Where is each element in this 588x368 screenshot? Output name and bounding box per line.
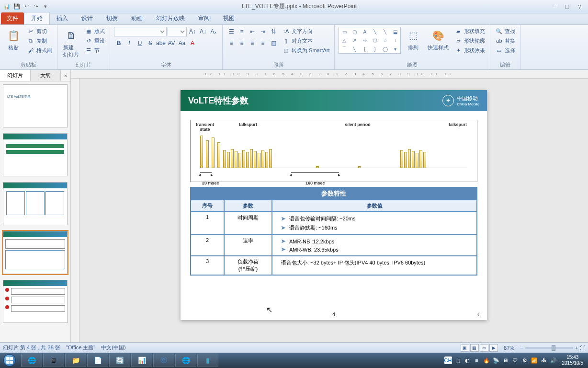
tab-design[interactable]: 设计 (75, 12, 100, 24)
increase-font-icon[interactable]: A↑ (188, 27, 197, 36)
tab-home[interactable]: 开始 (24, 12, 50, 24)
help-button[interactable]: ? (574, 2, 585, 11)
clear-format-icon[interactable]: Aₓ (209, 27, 218, 36)
taskbar-app-8[interactable]: 🌐 (175, 354, 196, 367)
slide-thumb-4[interactable] (3, 231, 68, 274)
panel-tab-outline[interactable]: 大纲 (31, 70, 61, 81)
font-color-button[interactable]: A (188, 38, 197, 48)
new-slide-button[interactable]: 🗎 新建 幻灯片 (61, 27, 81, 59)
tray-icon-2[interactable]: ◐ (464, 356, 471, 364)
slide-thumb-2[interactable] (3, 133, 68, 176)
panel-tab-slides[interactable]: 幻灯片 (0, 70, 31, 81)
slide-thumbnails[interactable]: LTE VoLTE专题 (0, 81, 70, 342)
spacing-button[interactable]: AV (167, 38, 176, 48)
redo-icon[interactable]: ↷ (32, 2, 40, 11)
file-tab[interactable]: 文件 (1, 12, 24, 24)
replace-button[interactable]: ab替换 (494, 36, 516, 45)
taskbar-app-1[interactable]: 🌐 (21, 354, 42, 367)
find-button[interactable]: 🔍查找 (494, 27, 516, 35)
start-button[interactable] (0, 353, 19, 368)
taskbar-app-5[interactable]: 🔄 (109, 354, 130, 367)
outdent-button[interactable]: ⇤ (248, 27, 257, 36)
fit-window-button[interactable]: ⛶ (580, 345, 585, 351)
shape-effects-button[interactable]: ✦形状效果 (453, 46, 486, 55)
taskbar-app-6[interactable]: 📊 (131, 354, 152, 367)
paste-button[interactable]: 📋 粘贴 (4, 27, 23, 52)
text-direction-button[interactable]: ↕A文字方向 (281, 27, 330, 35)
sorter-view-button[interactable]: ▦ (470, 344, 479, 352)
panel-close-icon[interactable]: × (61, 70, 70, 81)
slide-thumb-1[interactable]: LTE VoLTE专题 (3, 84, 68, 127)
tray-icon-7[interactable]: 🛡 (511, 356, 519, 364)
tray-icon-8[interactable]: ⚙ (521, 356, 529, 364)
clock[interactable]: 15:43 2015/10/5 (559, 355, 587, 366)
tab-animations[interactable]: 动画 (124, 12, 149, 24)
justify-button[interactable]: ≡ (258, 38, 268, 48)
tab-insert[interactable]: 插入 (50, 12, 75, 24)
canvas[interactable]: VoLTE特性参数 ✦ 中国移动 China Mobile transient … (79, 79, 588, 342)
tray-icon-6[interactable]: 🖥 (502, 356, 509, 364)
smartart-button[interactable]: ◫转换为 SmartArt (281, 46, 330, 55)
taskbar-app-4[interactable]: 📄 (87, 354, 108, 367)
select-button[interactable]: ▭选择 (494, 46, 516, 55)
change-case-button[interactable]: Aa (177, 38, 187, 48)
tray-icon-4[interactable]: 🔥 (483, 356, 490, 364)
minimize-button[interactable]: ─ (549, 2, 560, 11)
align-right-button[interactable]: ≡ (248, 38, 257, 48)
zoom-slider[interactable] (525, 347, 573, 349)
shape-outline-button[interactable]: ▱形状轮廓 (453, 36, 486, 45)
format-painter-button[interactable]: 🖌格式刷 (26, 46, 53, 55)
font-size-select[interactable] (168, 27, 187, 36)
shapes-gallery[interactable]: ▭▢A╲╲⬓ △↗⇨⬠☆↕ ⌒╲{}◯▾ (339, 27, 401, 54)
reading-view-button[interactable]: ▭ (480, 344, 488, 352)
ime-indicator[interactable]: CH (444, 356, 452, 364)
taskbar-app-3[interactable]: 📁 (65, 354, 86, 367)
maximize-button[interactable]: ▢ (561, 2, 573, 11)
columns-button[interactable]: ▥ (269, 38, 278, 48)
tab-view[interactable]: 视图 (216, 12, 241, 24)
arrange-button[interactable]: ⬚ 排列 (404, 27, 423, 52)
tray-icon-9[interactable]: 📶 (531, 356, 538, 364)
align-text-button[interactable]: ▯对齐文本 (281, 36, 330, 45)
zoom-in-button[interactable]: + (575, 345, 578, 351)
layout-button[interactable]: ▦版式 (84, 27, 106, 35)
cut-button[interactable]: ✂剪切 (26, 27, 53, 35)
slide[interactable]: VoLTE特性参数 ✦ 中国移动 China Mobile transient … (181, 90, 487, 320)
qat-dropdown-icon[interactable]: ▾ (41, 2, 50, 11)
numbering-button[interactable]: ≡ (237, 27, 247, 36)
shape-fill-button[interactable]: ▰形状填充 (453, 27, 486, 35)
linespacing-button[interactable]: ⇅ (269, 27, 278, 36)
underline-button[interactable]: U (135, 38, 145, 48)
slide-thumb-3[interactable] (3, 182, 68, 225)
indent-button[interactable]: ⇥ (258, 27, 268, 36)
shadow-button[interactable]: abe (156, 38, 166, 48)
italic-button[interactable]: I (124, 38, 134, 48)
save-icon[interactable]: 💾 (12, 2, 21, 11)
bold-button[interactable]: B (114, 38, 124, 48)
quick-styles-button[interactable]: 🎨 快速样式 (426, 27, 451, 52)
undo-icon[interactable]: ↶ (22, 2, 31, 11)
zoom-out-button[interactable]: − (520, 345, 523, 351)
strikethrough-button[interactable]: S̶ (146, 38, 155, 48)
tray-volume-icon[interactable]: 🔊 (550, 356, 557, 364)
tray-icon-3[interactable]: ≡ (473, 356, 481, 364)
tab-transitions[interactable]: 切换 (100, 12, 124, 24)
taskbar-app-2[interactable]: 🖥 (43, 354, 64, 367)
align-left-button[interactable]: ≡ (226, 38, 236, 48)
tab-slideshow[interactable]: 幻灯片放映 (149, 12, 192, 24)
normal-view-button[interactable]: ▣ (461, 344, 469, 352)
zoom-percent[interactable]: 67% (504, 345, 514, 351)
taskbar-app-7[interactable]: ⓔ (153, 354, 174, 367)
align-center-button[interactable]: ≡ (237, 38, 247, 48)
tab-review[interactable]: 审阅 (192, 12, 216, 24)
section-button[interactable]: ☰节 (84, 46, 106, 55)
slideshow-view-button[interactable]: ▶ (489, 344, 498, 352)
copy-button[interactable]: ⧉复制 (26, 36, 53, 45)
reset-button[interactable]: ↺重设 (84, 36, 106, 45)
tray-icon-1[interactable]: ⬚ (454, 356, 462, 364)
taskbar-app-9[interactable]: ▮ (197, 354, 218, 367)
language-status[interactable]: 中文(中国) (101, 344, 125, 351)
font-name-select[interactable] (114, 27, 167, 36)
bullets-button[interactable]: ☰ (226, 27, 236, 36)
decrease-font-icon[interactable]: A↓ (198, 27, 208, 36)
